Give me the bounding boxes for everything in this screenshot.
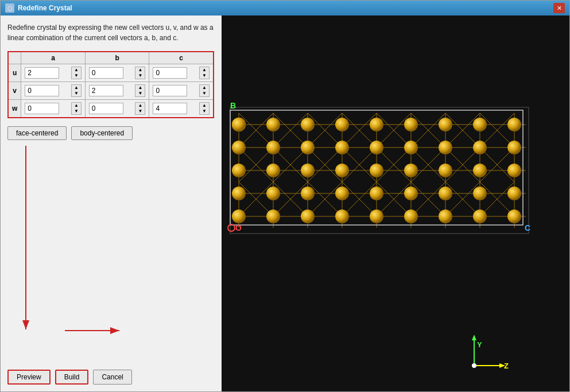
row-label-v: v	[8, 82, 21, 100]
svg-point-109	[370, 209, 383, 223]
spin-down-w-b[interactable]: ▼	[135, 108, 145, 114]
spin-down-u-b[interactable]: ▼	[135, 73, 145, 79]
svg-point-96	[232, 187, 246, 200]
svg-point-85	[473, 141, 487, 154]
label-B: B	[230, 101, 236, 110]
description-text: Redefine crystal by expressing the new c…	[7, 22, 215, 43]
svg-point-78	[232, 141, 246, 154]
spin-down-u-a[interactable]: ▼	[72, 73, 81, 79]
input-v-c[interactable]	[153, 85, 187, 96]
svg-point-81	[335, 141, 349, 154]
svg-point-90	[335, 164, 349, 177]
spin-down-w-a[interactable]: ▼	[72, 108, 81, 114]
matrix-row-v: v ▲ ▼	[8, 82, 214, 100]
matrix-table: a b c u ▲ ▼	[7, 51, 214, 118]
cell-v-c: ▲ ▼	[149, 82, 214, 100]
input-u-a[interactable]	[25, 67, 59, 79]
svg-point-83	[404, 141, 418, 154]
spinner-w-c: ▲ ▼	[199, 102, 210, 115]
svg-point-79	[266, 141, 280, 154]
svg-point-111	[439, 209, 452, 223]
cell-w-b: ▲ ▼	[85, 100, 149, 118]
svg-point-113	[507, 209, 521, 223]
spin-down-v-c[interactable]: ▼	[200, 91, 209, 96]
spin-up-w-c[interactable]: ▲	[200, 103, 209, 108]
content-area: Redefine crystal by expressing the new c…	[1, 15, 569, 391]
axis-z-label: Z	[504, 362, 509, 370]
col-header-b: b	[85, 52, 149, 64]
spin-up-w-b[interactable]: ▲	[135, 103, 145, 108]
spinner-u-b: ▲ ▼	[135, 67, 145, 79]
spin-up-u-c[interactable]: ▲	[200, 67, 209, 73]
face-centered-button[interactable]: face-centered	[7, 126, 67, 140]
input-v-a[interactable]	[25, 85, 59, 96]
crystal-viewport: B O C Y Z	[222, 15, 569, 391]
matrix-row-w: w ▲ ▼	[8, 100, 214, 118]
spin-up-w-a[interactable]: ▲	[72, 103, 81, 108]
titlebar: ⬡ Redefine Crystal ✕	[1, 1, 569, 15]
centering-buttons-row: face-centered body-centered	[7, 126, 215, 140]
svg-point-80	[301, 141, 315, 154]
spin-up-v-c[interactable]: ▲	[200, 85, 209, 91]
spin-up-v-a[interactable]: ▲	[72, 85, 81, 91]
svg-point-69	[232, 118, 246, 131]
spinner-w-a: ▲ ▼	[71, 102, 82, 115]
left-panel: Redefine crystal by expressing the new c…	[1, 15, 222, 391]
input-w-c[interactable]	[153, 103, 187, 114]
spinner-v-b: ▲ ▼	[135, 84, 145, 97]
spin-up-u-a[interactable]: ▲	[72, 67, 81, 73]
svg-point-86	[507, 141, 521, 154]
svg-point-76	[473, 118, 487, 131]
cell-w-a: ▲ ▼	[21, 100, 86, 118]
input-w-b[interactable]	[89, 103, 123, 114]
svg-point-71	[301, 118, 315, 131]
app-icon: ⬡	[5, 3, 14, 13]
cell-v-a: ▲ ▼	[21, 82, 86, 100]
input-u-c[interactable]	[153, 67, 187, 79]
svg-point-101	[404, 187, 418, 200]
svg-point-103	[473, 187, 487, 200]
main-window: ⬡ Redefine Crystal ✕ Redefine crystal by…	[0, 0, 570, 392]
svg-point-74	[404, 118, 418, 131]
svg-point-89	[301, 164, 315, 177]
titlebar-left: ⬡ Redefine Crystal	[5, 3, 72, 13]
spinner-u-a: ▲ ▼	[71, 67, 82, 79]
svg-point-95	[507, 164, 521, 177]
svg-point-100	[370, 187, 383, 200]
svg-point-107	[301, 209, 315, 223]
spinner-u-c: ▲ ▼	[199, 67, 210, 79]
cancel-button[interactable]: Cancel	[93, 370, 131, 385]
input-w-a[interactable]	[25, 103, 59, 114]
cell-u-a: ▲ ▼	[21, 64, 86, 82]
row-label-u: u	[8, 64, 21, 82]
svg-point-92	[404, 164, 418, 177]
spinner-v-a: ▲ ▼	[71, 84, 82, 97]
spinner-v-c: ▲ ▼	[199, 84, 210, 97]
svg-point-73	[370, 118, 383, 131]
input-u-b[interactable]	[89, 67, 123, 79]
svg-point-91	[370, 164, 383, 177]
spin-up-u-b[interactable]: ▲	[135, 67, 145, 73]
spin-down-u-c[interactable]: ▼	[200, 73, 209, 79]
svg-point-72	[335, 118, 349, 131]
svg-point-105	[232, 209, 246, 223]
input-v-b[interactable]	[89, 85, 123, 96]
svg-point-120	[472, 363, 476, 368]
spin-down-w-c[interactable]: ▼	[200, 108, 209, 114]
annotation-arrows	[7, 146, 220, 352]
svg-point-108	[335, 209, 349, 223]
cell-u-c: ▲ ▼	[149, 64, 214, 82]
spin-up-v-b[interactable]: ▲	[135, 85, 145, 91]
build-button[interactable]: Build	[55, 370, 89, 385]
spin-down-v-a[interactable]: ▼	[72, 91, 81, 96]
svg-point-82	[370, 141, 383, 154]
row-label-w: w	[8, 100, 21, 118]
close-button[interactable]: ✕	[553, 3, 565, 13]
label-C: C	[525, 223, 530, 232]
cell-w-c: ▲ ▼	[149, 100, 214, 118]
cell-v-b: ▲ ▼	[85, 82, 149, 100]
preview-button[interactable]: Preview	[7, 370, 51, 385]
svg-point-87	[232, 164, 246, 177]
spin-down-v-b[interactable]: ▼	[135, 91, 145, 96]
body-centered-button[interactable]: body-centered	[71, 126, 133, 140]
